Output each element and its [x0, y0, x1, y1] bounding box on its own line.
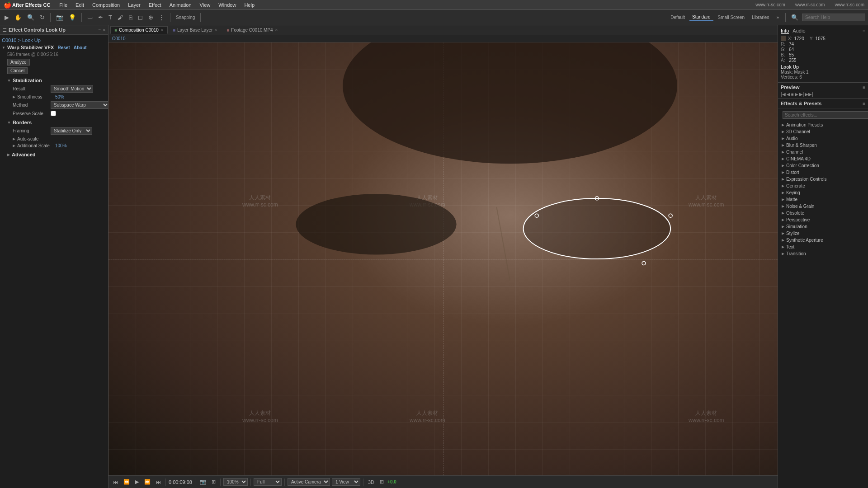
ep-item-19[interactable]: ▶Transition [778, 250, 868, 257]
menu-layer[interactable]: Layer [124, 1, 144, 9]
addscale-triangle[interactable]: ▶ [13, 144, 15, 148]
warp-about-btn[interactable]: About [74, 45, 87, 50]
ep-item-8[interactable]: ▶Expression Controls [778, 176, 868, 183]
advanced-triangle[interactable]: ▶ [7, 153, 10, 157]
search-help-btn[interactable]: 🔍 [789, 13, 800, 22]
smooth-triangle[interactable]: ▶ [13, 95, 15, 99]
vc-snap-btn[interactable]: ⊞ [210, 478, 217, 486]
vc-stepfwd-btn[interactable]: ⏩ [142, 478, 152, 486]
menu-animation[interactable]: Animation [166, 1, 195, 9]
panel-menu-btn[interactable]: ≡ [99, 28, 101, 33]
ep-item-5[interactable]: ▶CINEMA 4D [778, 155, 868, 162]
ep-item-7[interactable]: ▶Distort [778, 169, 868, 176]
info-panel-menu[interactable]: ≡ [863, 28, 865, 34]
menu-view[interactable]: View [196, 1, 214, 9]
vc-stepback-btn[interactable]: ⏪ [122, 478, 132, 486]
preview-last-btn[interactable]: ▶▶| [805, 92, 813, 97]
tool-clone[interactable]: ⎘ [127, 13, 134, 22]
workspace-small[interactable]: Small Screen [715, 14, 747, 21]
ep-item-14[interactable]: ▶Perspective [778, 216, 868, 223]
analyze-btn[interactable]: Analyze [7, 59, 30, 66]
tool-select[interactable]: ▶ [3, 13, 11, 22]
preserve-scale-checkbox[interactable] [51, 111, 56, 116]
ep-item-13[interactable]: ▶Obsolete [778, 210, 868, 216]
warp-reset-btn[interactable]: Reset [57, 45, 70, 50]
ep-item-3[interactable]: ▶Blur & Sharpen [778, 142, 868, 149]
comp-tab-close-1[interactable]: ✕ [214, 28, 217, 32]
vc-quality-select[interactable]: Full Half Third Quarter [254, 478, 282, 486]
menu-window[interactable]: Window [215, 1, 240, 9]
vc-view-btn[interactable]: 📷 [198, 478, 208, 486]
tool-roto[interactable]: ⊕ [146, 13, 155, 22]
ep-item-15[interactable]: ▶Simulation [778, 223, 868, 230]
preview-next-btn[interactable]: ▶| [799, 92, 804, 97]
tool-light[interactable]: 💡 [67, 13, 78, 22]
menu-help[interactable]: Help [241, 1, 258, 9]
tool-eraser[interactable]: ◻ [136, 13, 145, 22]
ep-item-6[interactable]: ▶Color Correction [778, 162, 868, 169]
borders-triangle[interactable]: ▼ [7, 121, 11, 125]
preview-stop-btn[interactable]: ■ [791, 92, 794, 97]
ep-item-16[interactable]: ▶Stylize [778, 230, 868, 237]
preview-first-btn[interactable]: |◀ [781, 92, 786, 97]
info-tab-info[interactable]: Info [781, 28, 789, 34]
tool-camera[interactable]: 📷 [54, 13, 65, 22]
autoscale-triangle[interactable]: ▶ [13, 137, 15, 141]
vc-grid-btn[interactable]: ⊞ [378, 478, 386, 486]
ep-item-2[interactable]: ▶Audio [778, 135, 868, 142]
search-help-input[interactable] [802, 14, 865, 21]
preview-menu-btn[interactable]: ≡ [863, 85, 865, 90]
comp-tab-close-0[interactable]: ✕ [160, 28, 164, 32]
ep-menu-btn[interactable]: ≡ [863, 101, 865, 106]
ep-item-1[interactable]: ▶3D Channel [778, 128, 868, 135]
framing-select[interactable]: Stabilize Only Stabilize, Crop [51, 127, 92, 135]
ep-item-18[interactable]: ▶Text [778, 244, 868, 250]
ep-item-12[interactable]: ▶Noise & Grain [778, 203, 868, 210]
ep-item-9[interactable]: ▶Generate [778, 183, 868, 189]
tool-hand[interactable]: ✋ [13, 13, 24, 22]
method-select[interactable]: Subspace Warp Perspective Position Scale… [51, 101, 108, 109]
vc-zoom-select[interactable]: 100% 50% 200% Fit [223, 478, 248, 486]
comp-tab-2[interactable]: ■ Footage C0010.MP4 ✕ [222, 26, 282, 34]
tool-zoom[interactable]: 🔍 [25, 13, 36, 22]
workspace-expand[interactable]: » [774, 14, 782, 21]
panel-expand-btn[interactable]: » [103, 28, 105, 33]
vc-play-btn[interactable]: ⏮ [111, 479, 120, 486]
menu-file[interactable]: File [56, 1, 71, 9]
apple-icon[interactable]: 🍎 [4, 1, 11, 9]
preview-back-btn[interactable]: ◀ [787, 92, 790, 97]
workspace-libraries[interactable]: Libraries [749, 14, 772, 21]
ep-item-17[interactable]: ▶Synthetic Aperture [778, 237, 868, 244]
info-tab-audio[interactable]: Audio [793, 28, 805, 34]
menu-edit[interactable]: Edit [72, 1, 88, 9]
vc-view-mode-select[interactable]: Active Camera [288, 478, 330, 486]
ep-item-10[interactable]: ▶Keying [778, 189, 868, 196]
tool-paint[interactable]: 🖌 [116, 13, 125, 22]
workspace-standard[interactable]: Standard [689, 14, 713, 21]
warp-triangle[interactable]: ▼ [2, 46, 5, 50]
workspace-default[interactable]: Default [668, 14, 688, 21]
menu-composition[interactable]: Composition [89, 1, 123, 9]
ep-search-input[interactable] [783, 111, 868, 119]
comp-view[interactable]: 人人素材www.rr-sc.com 人人素材www.rr-sc.com 人人素材… [108, 42, 778, 475]
vc-end-btn[interactable]: ⏭ [154, 479, 163, 486]
tool-text[interactable]: T [107, 13, 114, 22]
menu-effect[interactable]: Effect [145, 1, 165, 9]
vc-play-pause-btn[interactable]: ▶ [133, 478, 141, 486]
preview-play-btn[interactable]: ▶ [795, 92, 798, 97]
tool-pen[interactable]: ✒ [96, 13, 105, 22]
ep-item-0[interactable]: ▶Animation Presets [778, 122, 868, 128]
cancel-btn[interactable]: Cancel [7, 67, 28, 74]
tool-rotate[interactable]: ↻ [38, 13, 47, 22]
result-select[interactable]: Smooth Motion No Motion [51, 85, 93, 93]
comp-tab-1[interactable]: ■ Layer Base Layer ✕ [169, 26, 222, 34]
vc-views-select[interactable]: 1 View 2 Views [332, 478, 360, 486]
tool-rect[interactable]: ▭ [85, 13, 94, 22]
vc-3d-btn[interactable]: 3D [366, 479, 376, 486]
stab-triangle[interactable]: ▼ [7, 79, 11, 83]
comp-tab-0[interactable]: ■ Composition C0010 ✕ [110, 26, 168, 34]
ep-item-4[interactable]: ▶Channel [778, 149, 868, 155]
tool-puppet[interactable]: ⋮ [157, 13, 166, 22]
comp-tab-close-2[interactable]: ✕ [275, 28, 278, 32]
ep-item-11[interactable]: ▶Matte [778, 196, 868, 203]
